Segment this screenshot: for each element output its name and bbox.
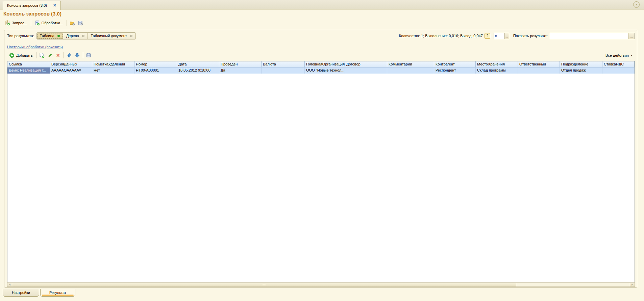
processing-button[interactable]: Обработка... (32, 20, 66, 26)
table-cell[interactable]: ООО "Новые технол... (305, 67, 345, 74)
scrollbar-track[interactable] (516, 283, 630, 286)
delete-button[interactable]: ✕ (54, 52, 62, 59)
tab-result-label: Результат (49, 291, 66, 295)
toolbar-separator (83, 52, 83, 58)
table-cell[interactable]: Нет (92, 67, 134, 74)
move-down-button[interactable] (73, 52, 81, 59)
all-actions-label: Все действия (605, 53, 629, 57)
column-header-3[interactable]: ПометкаУдаления (92, 61, 134, 67)
result-type-tree-label: Дерево (66, 34, 79, 38)
table-cell[interactable]: Респондент (434, 67, 476, 74)
document-tab[interactable]: Консоль запросов (3.0) ✕ (3, 1, 61, 10)
all-actions-button[interactable]: Все действия ▼ (604, 53, 634, 58)
column-header-10[interactable]: Комментарий (387, 61, 434, 67)
processing-settings-link[interactable]: Настройки обработки (показать) (7, 45, 63, 49)
tab-settings[interactable]: Настройки (3, 289, 39, 297)
table-cell[interactable] (518, 67, 560, 74)
from-choose-button[interactable]: ... (504, 33, 509, 39)
edit-button[interactable] (46, 52, 54, 59)
save-settings-button[interactable] (76, 19, 84, 27)
add-button[interactable]: Добавить (7, 52, 35, 59)
scroll-left-icon[interactable]: ◄ (7, 283, 12, 286)
show-result-input[interactable] (550, 33, 628, 39)
horizontal-scrollbar[interactable]: ◄ ► (7, 282, 635, 287)
table-cell[interactable]: AAAAAQAAAAA= (50, 67, 92, 74)
table-cell[interactable]: 16.05.2012 9:18:00 (177, 67, 219, 74)
toolbar-separator (36, 52, 36, 58)
toolbar-separator (31, 20, 31, 26)
save-result-button[interactable] (84, 52, 93, 59)
from-field: ... (494, 33, 509, 39)
pencil-icon (47, 53, 53, 58)
selected-dot-icon (57, 35, 60, 37)
add-icon (9, 53, 15, 58)
table-cell[interactable]: Отдел продаж (560, 67, 602, 74)
ellipsis-icon: ... (630, 35, 633, 38)
table-cell[interactable]: НТ00-А00001 (134, 67, 177, 74)
table-cell[interactable] (262, 67, 305, 74)
arrow-up-icon (67, 53, 72, 58)
result-type-spreadsheet[interactable]: Табличный документ (88, 32, 136, 39)
column-header-1[interactable]: Ссылка (7, 61, 50, 67)
load-settings-button[interactable] (68, 19, 76, 27)
from-input[interactable] (494, 33, 504, 39)
copy-button[interactable] (38, 52, 46, 59)
table-cell[interactable] (345, 67, 387, 74)
column-header-11[interactable]: Контрагент (434, 61, 476, 67)
unselected-dot-icon (130, 35, 132, 37)
query-button[interactable]: Запрос... (3, 20, 29, 26)
query-icon (5, 20, 10, 26)
document-tab-label: Консоль запросов (3.0) (7, 3, 47, 7)
column-header-9[interactable]: Договор (345, 61, 387, 67)
table-cell[interactable] (387, 67, 434, 74)
column-header-4[interactable]: Номер (134, 61, 177, 67)
collapse-panel-button[interactable]: ▼ (633, 1, 640, 8)
table-cell[interactable]: Демо: Реализация т... (7, 67, 50, 74)
close-icon[interactable]: ✕ (53, 3, 56, 8)
ellipsis-icon: ... (505, 35, 508, 38)
arrow-down-icon (75, 53, 80, 58)
main-toolbar: Запрос... Обработка... (3, 19, 84, 27)
column-header-15[interactable]: СтавкаНДС (602, 61, 635, 67)
show-result-field: ... (550, 33, 635, 39)
result-type-table-label: Таблица (40, 34, 54, 38)
result-type-spreadsheet-label: Табличный документ (91, 34, 127, 38)
column-header-6[interactable]: Проведен (219, 61, 262, 67)
tab-settings-label: Настройки (12, 291, 30, 295)
tab-result[interactable]: Результат (40, 289, 75, 297)
bottom-tab-bar: Настройки Результат (3, 289, 75, 297)
result-type-row: Тип результата: Таблица Дерево Табличный… (7, 32, 635, 40)
toolbar-separator (64, 52, 64, 58)
column-header-13[interactable]: Ответственный (518, 61, 560, 67)
table-cell[interactable]: Склад программ (476, 67, 518, 74)
save-gear-icon (78, 20, 83, 26)
delete-icon: ✕ (56, 53, 60, 58)
dropdown-caret-icon: ▼ (630, 54, 633, 57)
result-panel: Тип результата: Таблица Дерево Табличный… (4, 30, 637, 288)
help-button[interactable]: ? (485, 33, 490, 39)
result-type-label: Тип результата: (7, 34, 34, 38)
result-type-table[interactable]: Таблица (36, 32, 63, 39)
table-header-row: СсылкаВерсияДанныхПометкаУдаленияНомерДа… (7, 61, 635, 67)
table-cell[interactable] (602, 67, 635, 74)
table-row[interactable]: Демо: Реализация т...AAAAAQAAAAA=НетНТ00… (7, 67, 635, 74)
chevron-down-icon: ▼ (635, 3, 638, 6)
show-result-choose-button[interactable]: ... (628, 33, 635, 39)
column-header-2[interactable]: ВерсияДанных (50, 61, 92, 67)
table-cell[interactable]: Да (219, 67, 262, 74)
scroll-right-icon[interactable]: ► (630, 283, 635, 286)
column-header-5[interactable]: Дата (177, 61, 219, 67)
scrollbar-thumb[interactable] (12, 283, 516, 286)
floppy-icon (86, 53, 91, 58)
move-up-button[interactable] (65, 52, 73, 59)
add-button-label: Добавить (16, 53, 33, 57)
column-header-12[interactable]: МестоХранения (476, 61, 518, 67)
help-icon: ? (486, 34, 488, 38)
column-header-7[interactable]: Валюта (262, 61, 305, 67)
show-result-label: Показать результат: (513, 34, 548, 38)
execution-cluster: Количество: 1; Выполнение: 0,016; Вывод:… (399, 33, 635, 39)
column-header-14[interactable]: Подразделение (560, 61, 602, 67)
result-type-tree[interactable]: Дерево (63, 32, 88, 39)
column-header-8[interactable]: ГоловнаяОрганизация (305, 61, 345, 67)
copy-icon (39, 53, 45, 58)
